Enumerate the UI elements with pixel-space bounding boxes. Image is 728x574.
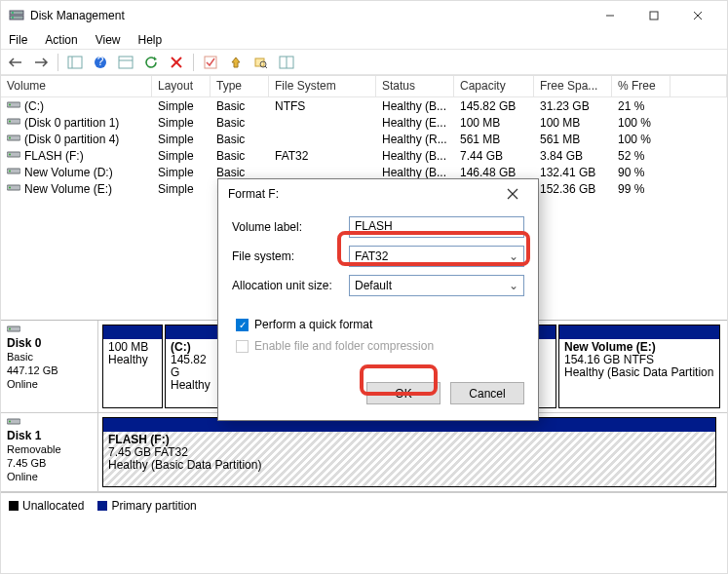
disk-management-window: Disk Management File Action View Help ? … (0, 0, 728, 574)
window-minimize-button[interactable] (588, 2, 632, 29)
cancel-button[interactable]: Cancel (450, 382, 524, 404)
volume-label-input[interactable]: FLASH (349, 216, 524, 238)
column-capacity[interactable]: Capacity (454, 76, 534, 96)
ok-button[interactable]: OK (366, 382, 441, 404)
toolbar: ? (1, 50, 727, 75)
toolbar-back-button[interactable] (5, 52, 26, 73)
toolbar-forward-button[interactable] (30, 52, 52, 73)
svg-rect-17 (255, 58, 264, 66)
disk-info: Disk 0Basic447.12 GBOnline (1, 321, 98, 412)
label-allocation: Allocation unit size: (232, 279, 349, 292)
svg-point-2 (12, 12, 14, 14)
svg-rect-5 (650, 12, 658, 19)
column-freespace[interactable]: Free Spa... (534, 76, 612, 96)
toolbar-refresh-icon[interactable] (140, 52, 162, 73)
svg-point-25 (9, 120, 11, 122)
column-volume[interactable]: Volume (1, 76, 152, 96)
volume-row[interactable]: (Disk 0 partition 4)SimpleBasicHealthy (… (1, 131, 727, 147)
column-layout[interactable]: Layout (152, 76, 211, 96)
filesystem-select[interactable]: FAT32 ⌄ (349, 246, 524, 267)
volume-row[interactable]: FLASH (F:)SimpleBasicFAT32Healthy (B...7… (1, 147, 727, 164)
volume-row[interactable]: (Disk 0 partition 1)SimpleBasicHealthy (… (1, 114, 727, 131)
column-status[interactable]: Status (376, 76, 454, 96)
menu-action[interactable]: Action (43, 32, 79, 48)
volume-icon (7, 150, 20, 160)
legend: Unallocated Primary partition (1, 492, 727, 517)
titlebar: Disk Management (1, 1, 727, 30)
partition[interactable]: FLASH (F:)7.45 GB FAT32Healthy (Basic Da… (102, 417, 716, 487)
menu-file[interactable]: File (7, 32, 29, 48)
quick-format-label: Perform a quick format (254, 318, 372, 331)
format-dialog: Format F: Volume label: FLASH File syste… (217, 178, 539, 421)
toolbar-panel1-icon[interactable] (64, 52, 86, 73)
dialog-close-button[interactable] (497, 180, 528, 208)
legend-primary: Primary partition (97, 499, 196, 513)
legend-unallocated: Unallocated (9, 499, 84, 513)
chevron-down-icon: ⌄ (509, 249, 518, 263)
volume-icon (7, 183, 20, 193)
chevron-down-icon: ⌄ (509, 279, 518, 292)
label-filesystem: File system: (232, 249, 349, 263)
window-maximize-button[interactable] (632, 2, 675, 29)
menu-help[interactable]: Help (136, 32, 165, 48)
volume-icon (7, 134, 20, 143)
window-close-button[interactable] (675, 2, 719, 29)
disk-info: Disk 1Removable7.45 GBOnline (1, 413, 98, 491)
label-volume: Volume label: (232, 220, 349, 234)
menu-view[interactable]: View (94, 32, 123, 48)
quick-format-checkbox[interactable]: ✓ (236, 319, 249, 331)
svg-rect-8 (68, 57, 82, 68)
disk-row: Disk 1Removable7.45 GBOnlineFLASH (F:)7.… (1, 413, 727, 492)
toolbar-delete-icon[interactable] (166, 52, 187, 73)
allocation-select[interactable]: Default ⌄ (349, 275, 524, 296)
column-type[interactable]: Type (211, 76, 269, 96)
svg-point-35 (9, 328, 11, 330)
toolbar-panel2-icon[interactable] (115, 52, 136, 73)
dialog-title: Format F: (228, 187, 497, 201)
allocation-value: Default (355, 279, 392, 292)
volume-row[interactable]: (C:)SimpleBasicNTFSHealthy (B...145.82 G… (1, 97, 727, 114)
svg-point-27 (9, 136, 11, 138)
volume-icon (7, 167, 20, 176)
toolbar-panel3-icon[interactable] (276, 52, 297, 73)
svg-rect-12 (119, 57, 133, 68)
svg-line-19 (265, 66, 267, 68)
partition[interactable]: New Volume (E:)154.16 GB NTFSHealthy (Ba… (558, 325, 720, 408)
svg-rect-16 (205, 57, 216, 68)
svg-text:?: ? (97, 56, 104, 68)
column-pctfree[interactable]: % Free (612, 76, 671, 96)
svg-point-37 (9, 421, 11, 423)
app-icon (9, 8, 24, 23)
svg-point-23 (9, 103, 11, 105)
column-filesystem[interactable]: File System (269, 76, 376, 96)
column-headers: Volume Layout Type File System Status Ca… (1, 76, 727, 97)
toolbar-help-icon[interactable]: ? (90, 52, 111, 73)
filesystem-value: FAT32 (355, 249, 388, 263)
svg-point-33 (9, 186, 11, 188)
partition[interactable]: 100 MBHealthy (102, 325, 163, 408)
menubar: File Action View Help (1, 30, 727, 50)
compression-label: Enable file and folder compression (254, 339, 434, 353)
volume-icon (7, 117, 20, 127)
volume-icon (7, 100, 20, 110)
toolbar-up-icon[interactable] (225, 52, 247, 73)
toolbar-search-icon[interactable] (250, 52, 272, 73)
compression-checkbox (236, 340, 249, 353)
partition[interactable]: (C:)145.82 GHealthy (165, 325, 223, 408)
toolbar-check-icon[interactable] (200, 52, 221, 73)
svg-point-29 (9, 153, 11, 155)
svg-point-3 (12, 17, 14, 19)
svg-point-31 (9, 170, 11, 172)
window-title: Disk Management (30, 9, 588, 22)
